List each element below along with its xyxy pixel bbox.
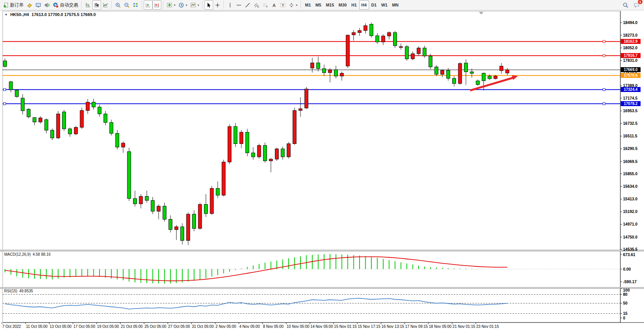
- zoom-out-button[interactable]: [122, 0, 131, 10]
- candle: [435, 65, 438, 76]
- candle-body: [334, 70, 338, 76]
- auto-trading-button[interactable]: 自动交易: [51, 0, 80, 10]
- candle-body: [393, 32, 397, 46]
- timeframe-m15[interactable]: M15: [324, 0, 336, 10]
- auto-trading-button-label: 自动交易: [60, 2, 78, 8]
- symbol-dropdown-icon[interactable]: ▼: [5, 13, 8, 16]
- templates-button[interactable]: ▾: [189, 0, 201, 10]
- cursor-button[interactable]: [204, 0, 213, 10]
- candle-body: [305, 89, 308, 108]
- chart-shift-icon: [154, 2, 160, 8]
- candle-body: [175, 227, 178, 230]
- timeframe-d1-label: D1: [371, 3, 377, 7]
- chat-button[interactable]: 1: [632, 0, 641, 10]
- fibonacci-button[interactable]: F: [261, 0, 270, 10]
- chevron-down-icon[interactable]: ▾: [174, 3, 175, 7]
- price-tag-18162.9: 18162.9: [621, 39, 641, 44]
- trendline-button[interactable]: [243, 0, 252, 10]
- candle-body: [92, 102, 95, 107]
- candlestick-chart-icon: [94, 2, 100, 8]
- toolbar-group: EFAT▾: [226, 0, 299, 10]
- timeframe-m5[interactable]: M5: [313, 0, 323, 10]
- candle-body: [423, 48, 426, 56]
- candle-body: [323, 69, 326, 73]
- line-handle[interactable]: [3, 89, 6, 91]
- price-axis-label: 15634.0: [623, 184, 638, 189]
- time-axis-label: 16 Nov 13:15: [381, 324, 404, 329]
- toolbar-separator: [111, 1, 112, 9]
- market-watch-button[interactable]: [34, 0, 43, 10]
- chevron-down-icon[interactable]: ▾: [186, 3, 187, 7]
- arrows-icon: [289, 2, 294, 8]
- candle-body: [506, 70, 509, 73]
- chevron-down-icon[interactable]: ▾: [198, 3, 199, 7]
- candlestick-chart-button[interactable]: [92, 0, 101, 10]
- line-handle[interactable]: [603, 55, 605, 57]
- line-handle[interactable]: [3, 103, 6, 105]
- line-chart-button[interactable]: [101, 0, 110, 10]
- auto-scroll-button[interactable]: [144, 0, 153, 10]
- chart-ohlc-values: 17613.0 17700.0 17575.5 17669.0: [32, 12, 96, 17]
- candle: [246, 129, 249, 156]
- sound-button[interactable]: [43, 0, 51, 10]
- time-axis-label: 7 Oct 2022: [2, 324, 21, 329]
- toolbar-group: M1M5M15M30H1H4D1W1MN: [303, 0, 401, 10]
- candle-body: [411, 54, 414, 59]
- timeframe-h1-label: H1: [350, 3, 357, 7]
- timeframe-w1[interactable]: W1: [379, 0, 390, 10]
- svg-text:T: T: [282, 3, 284, 7]
- line-handle[interactable]: [603, 40, 605, 43]
- text-label-button[interactable]: T: [278, 0, 287, 10]
- candle-body: [9, 82, 13, 90]
- toolbar-separator: [81, 1, 82, 9]
- crosshair-button[interactable]: [213, 0, 222, 10]
- zoom-in-button[interactable]: [114, 0, 122, 10]
- text-label-icon: T: [280, 2, 286, 8]
- timeframe-h4[interactable]: H4: [359, 0, 369, 10]
- equidistant-channel-button[interactable]: E: [252, 0, 261, 10]
- candle-body: [234, 126, 237, 144]
- search-button[interactable]: [621, 0, 630, 10]
- timeframe-m30[interactable]: M30: [336, 0, 349, 10]
- candle-body: [494, 76, 497, 79]
- rsi-axis-label: 100: [623, 288, 630, 292]
- auto-scroll-icon: [145, 2, 151, 8]
- price-axis-label: 18052.0: [623, 45, 638, 50]
- periods-button[interactable]: ▾: [177, 0, 189, 10]
- tile-windows-button[interactable]: [131, 0, 140, 10]
- candle-body: [299, 109, 302, 111]
- candle-body: [80, 110, 84, 127]
- eraser-icon: [27, 2, 32, 8]
- vertical-line-button[interactable]: [226, 0, 234, 10]
- timeframe-m15-label: M15: [325, 3, 335, 7]
- time-axis-label: 8 Nov 05:00: [263, 324, 284, 329]
- arrows-button[interactable]: ▾: [287, 0, 299, 10]
- toolbar-separator: [223, 1, 224, 9]
- price-axis-label: 16953.5: [623, 108, 638, 113]
- timeframe-m1[interactable]: M1: [303, 0, 313, 10]
- timeframe-d1[interactable]: D1: [369, 0, 379, 10]
- market-watch-icon: [35, 2, 41, 8]
- chevron-down-icon[interactable]: ▾: [296, 3, 297, 7]
- macd-axis-label: 0.00: [623, 267, 631, 271]
- price-tag-17916.7: 17916.7: [621, 53, 641, 58]
- bar-chart-button[interactable]: [84, 0, 92, 10]
- price-axis-label: 18494.0: [623, 20, 638, 25]
- new-order-icon: [3, 2, 9, 8]
- timeframe-mn[interactable]: MN: [390, 0, 401, 10]
- timeframe-h1[interactable]: H1: [349, 0, 359, 10]
- text-button[interactable]: A: [270, 0, 278, 10]
- candle-body: [387, 32, 391, 36]
- candle-body: [104, 114, 107, 123]
- eraser-button[interactable]: [25, 0, 34, 10]
- candle-body: [458, 63, 462, 84]
- line-handle[interactable]: [603, 103, 605, 105]
- candle-body: [98, 107, 101, 114]
- line-handle[interactable]: [603, 89, 605, 91]
- chart-shift-button[interactable]: [153, 0, 161, 10]
- candle: [458, 62, 462, 85]
- horizontal-line-button[interactable]: [234, 0, 243, 10]
- indicators-button[interactable]: ▾: [165, 0, 177, 10]
- rsi-name: RSI(15): [4, 289, 17, 293]
- new-order-button[interactable]: 新订单: [2, 0, 25, 10]
